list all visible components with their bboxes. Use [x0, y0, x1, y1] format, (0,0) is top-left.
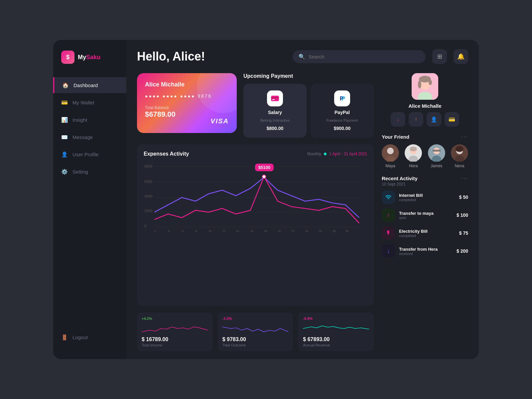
- down-arrow-activity-icon: ↓: [387, 248, 390, 255]
- internet-bill-amount: $ 50: [459, 195, 468, 200]
- payment-cards-list: Salary Belong Interactive $800.00 P P: [243, 84, 374, 138]
- sidebar-item-label: My Wallet: [72, 100, 94, 105]
- svg-text:8: 8: [196, 229, 197, 233]
- payment-card-paypal: P P PayPal Freelance Payment $900.00: [311, 84, 374, 138]
- mini-charts: +4.3% $ 16789.00 Total Income -3.5% $ 97…: [137, 313, 374, 351]
- profile-section: Alice Michalle ↓ ↑ 👤 💳: [382, 73, 468, 127]
- notification-button[interactable]: 🔔: [454, 49, 468, 64]
- chart-container: $5100 8000 6000 4000 2000 0: [144, 161, 367, 234]
- transfer-button[interactable]: 👤: [427, 112, 441, 127]
- transfer-maya-info: Transfer to maya sent: [399, 211, 453, 220]
- up-arrow-activity-icon: ↑: [387, 212, 390, 219]
- chart-title: Expenses Activity: [144, 151, 189, 157]
- action-buttons: ↓ ↑ 👤 💳: [391, 112, 459, 127]
- activity-item-internet: Internet Bill completed $ 50: [382, 191, 468, 204]
- svg-text:22: 22: [291, 229, 295, 233]
- sidebar-item-setting[interactable]: ⚙️ Setting: [53, 164, 126, 180]
- bell-icon: 🔔: [457, 53, 465, 60]
- mini-chart-income: +4.3% $ 16789.00 Total Income: [137, 313, 212, 351]
- search-input[interactable]: [309, 54, 420, 60]
- app-screen: $ MySaku 🏠 Dashboard 💳 My Wallet 📊 Insig…: [53, 40, 479, 359]
- svg-point-36: [418, 80, 421, 88]
- svg-point-39: [387, 148, 394, 154]
- upcoming-payments: Upcoming Payment Sala: [243, 73, 374, 138]
- transfer-hera-amount: $ 200: [457, 248, 468, 254]
- gear-icon: ⚙️: [61, 168, 68, 175]
- svg-text:2: 2: [155, 229, 156, 233]
- friend-item-james[interactable]: James: [428, 144, 445, 168]
- friend-item-maya[interactable]: Maya: [382, 144, 399, 168]
- card-button[interactable]: 💳: [445, 112, 459, 127]
- period-range: 1 April - 31 April 2021: [329, 152, 367, 156]
- sidebar-item-dashboard[interactable]: 🏠 Dashboard: [53, 77, 126, 93]
- svg-point-31: [262, 175, 266, 179]
- profile-avatar: [412, 73, 438, 100]
- svg-text:6: 6: [182, 229, 184, 233]
- friend-avatar-nena: [451, 144, 468, 162]
- sidebar-item-mywallet[interactable]: 💳 My Wallet: [53, 94, 126, 110]
- card-network: VISA: [210, 117, 229, 125]
- internet-bill-info: Internet Bill completed: [399, 193, 455, 202]
- friends-list: Maya Hera: [382, 144, 468, 168]
- logout-button[interactable]: 🚪 Logout: [53, 326, 126, 348]
- paypal-icon: P P: [334, 90, 350, 106]
- activity-items: Internet Bill completed $ 50 ↑ Transfer: [382, 191, 468, 258]
- svg-rect-2: [272, 99, 275, 100]
- activity-item-transfer-maya: ↑ Transfer to maya sent $ 100: [382, 208, 468, 222]
- income-value: $ 16789.00: [142, 336, 208, 342]
- bolt-icon-bg: [382, 226, 395, 240]
- svg-text:26: 26: [319, 229, 322, 233]
- chart-icon: 📊: [61, 116, 68, 123]
- salary-sub: Belong Interactive: [260, 118, 290, 122]
- friend-name-nena: Nena: [455, 164, 465, 168]
- svg-text:20: 20: [278, 229, 281, 233]
- activity-section: Recent Activity ··· 10 Sept 2021: [382, 175, 468, 258]
- grid-button[interactable]: ⊞: [432, 49, 447, 64]
- avatar-svg: [412, 73, 438, 100]
- outcome-sparkline: [222, 322, 289, 335]
- header: Hello, Alice! 🔍 ⊞ 🔔: [126, 40, 479, 73]
- friend-avatar-hera: [405, 144, 422, 162]
- sidebar-item-profile[interactable]: 👤 User Profile: [53, 146, 126, 162]
- friend-item-hera[interactable]: Hera: [405, 144, 422, 168]
- transfer-maya-name: Transfer to maya: [399, 211, 453, 216]
- user-icon: 👤: [61, 151, 68, 158]
- transfer-maya-amount: $ 100: [457, 212, 468, 218]
- friends-section: Your Friend ··· Maya: [382, 133, 468, 168]
- chart-period: Monthly 1 April - 31 April 2021: [307, 152, 367, 156]
- sidebar-item-insight[interactable]: 📊 Insight: [53, 112, 126, 128]
- up-icon-bg: ↑: [382, 208, 395, 222]
- friends-header: Your Friend ···: [382, 133, 468, 140]
- friend-item-nena[interactable]: Nena: [451, 144, 468, 168]
- receive-button[interactable]: ↓: [391, 112, 405, 127]
- paypal-name: PayPal: [334, 110, 350, 115]
- sidebar-item-label: Setting: [72, 169, 88, 175]
- friends-more-button[interactable]: ···: [461, 133, 468, 140]
- chart-section: Expenses Activity Monthly 1 April - 31 A…: [137, 144, 374, 306]
- profile-name: Alice Michalle: [408, 103, 441, 109]
- home-icon: 🏠: [62, 82, 69, 88]
- send-button[interactable]: ↑: [409, 112, 423, 127]
- transfer-icon: 👤: [431, 116, 437, 123]
- activity-more-button[interactable]: ···: [461, 175, 468, 182]
- paypal-amount: $900.00: [334, 126, 351, 131]
- svg-point-52: [456, 146, 464, 152]
- svg-rect-48: [433, 150, 441, 152]
- down-arrow-icon: ↓: [397, 116, 399, 122]
- svg-text:2000: 2000: [144, 209, 152, 213]
- outcome-pct: -3.5%: [222, 317, 289, 321]
- transfer-maya-status: sent: [399, 216, 453, 220]
- top-row: Alice Michalle ●●●● ●●●● ●●●● 9876 Total…: [137, 73, 374, 138]
- svg-text:28: 28: [332, 229, 336, 233]
- outcome-value: $ 9783.00: [222, 336, 289, 342]
- period-dot: [324, 153, 327, 155]
- sidebar-item-message[interactable]: ✉️ Message: [53, 129, 126, 145]
- chart-tooltip: $5100: [255, 164, 274, 171]
- upcoming-title: Upcoming Payment: [243, 73, 374, 79]
- search-bar[interactable]: 🔍: [293, 50, 426, 63]
- grid-icon: ⊞: [437, 53, 442, 60]
- mini-chart-outcome: -3.5% $ 9783.00 Total Outcome: [218, 313, 293, 351]
- svg-text:10: 10: [208, 229, 212, 233]
- activity-date: 10 Sept 2021: [382, 182, 468, 187]
- svg-text:P: P: [341, 95, 345, 101]
